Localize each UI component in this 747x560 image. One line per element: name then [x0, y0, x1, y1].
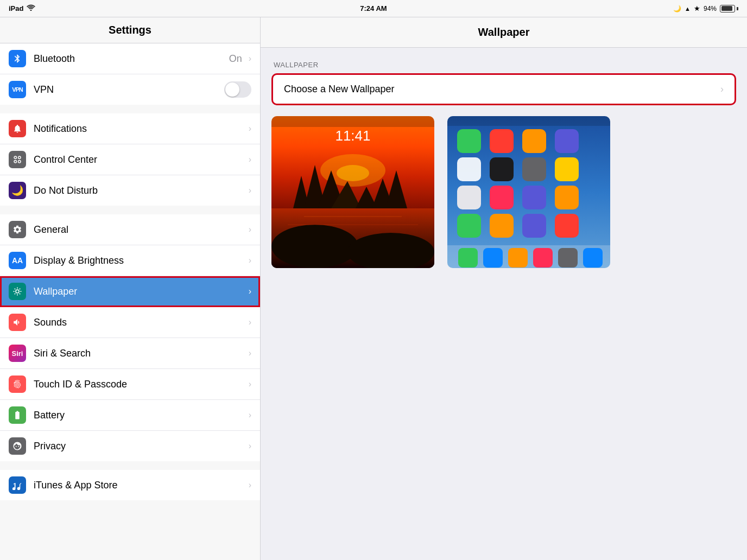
bluetooth-label: Bluetooth [34, 53, 229, 65]
svg-rect-36 [555, 186, 579, 209]
bluetooth-chevron: › [249, 54, 251, 63]
battery-percent: 94% [704, 5, 717, 12]
sounds-icon [9, 314, 26, 331]
sidebar-item-privacy[interactable]: Privacy › [0, 431, 260, 461]
svg-rect-24 [447, 116, 610, 126]
vpn-toggle[interactable] [224, 81, 251, 98]
bluetooth-value: On [229, 53, 242, 65]
wallpaper-chevron: › [249, 287, 251, 296]
battery-icon [9, 406, 26, 424]
svg-rect-34 [490, 186, 514, 209]
vpn-icon: VPN [9, 81, 26, 98]
siri-label: Siri & Search [34, 348, 246, 359]
itunes-icon [9, 476, 26, 494]
svg-rect-46 [558, 248, 578, 268]
sidebar: Settings Bluetooth On › VPN VPN [0, 17, 261, 560]
sidebar-item-general[interactable]: General › [0, 214, 260, 245]
touch-id-label: Touch ID & Passcode [34, 379, 246, 390]
svg-rect-29 [457, 157, 481, 181]
svg-rect-28 [555, 129, 579, 153]
svg-point-2 [18, 156, 21, 159]
sidebar-item-notifications[interactable]: Notifications › [0, 113, 260, 144]
device-label: iPad [9, 4, 23, 12]
status-time: 7:24 AM [360, 4, 387, 12]
general-label: General [34, 224, 246, 236]
wallpaper-icon [9, 283, 26, 300]
sidebar-item-siri[interactable]: Siri Siri & Search › [0, 338, 260, 369]
svg-rect-37 [457, 214, 481, 238]
svg-rect-35 [522, 186, 546, 209]
control-center-icon [9, 151, 26, 168]
siri-icon: Siri [9, 345, 26, 362]
wifi-icon [27, 4, 35, 12]
svg-point-8 [337, 165, 369, 181]
notifications-chevron: › [249, 124, 251, 133]
battery-label: Battery [34, 410, 246, 421]
general-chevron: › [249, 225, 251, 234]
sidebar-item-bluetooth[interactable]: Bluetooth On › [0, 43, 260, 74]
svg-point-1 [14, 156, 17, 159]
svg-rect-44 [508, 248, 528, 268]
content-title: Wallpaper [261, 17, 747, 48]
svg-rect-25 [457, 129, 481, 153]
settings-group-store: iTunes & App Store › [0, 470, 260, 500]
wallpaper-label: Wallpaper [34, 286, 246, 297]
settings-group-connectivity: Bluetooth On › VPN VPN [0, 43, 260, 105]
choose-wallpaper-label: Choose a New Wallpaper [284, 84, 720, 95]
sounds-chevron: › [249, 317, 251, 327]
lock-screen-preview[interactable]: 11:41 [271, 116, 434, 268]
choose-wallpaper-row[interactable]: Choose a New Wallpaper › [271, 73, 736, 105]
sidebar-item-vpn[interactable]: VPN VPN [0, 74, 260, 105]
svg-point-4 [18, 161, 21, 163]
battery-chevron: › [249, 410, 251, 420]
moon-icon: 🌙 [673, 5, 681, 12]
sounds-label: Sounds [34, 317, 246, 328]
location-icon: ▲ [685, 5, 691, 12]
display-chevron: › [249, 256, 251, 265]
itunes-chevron: › [249, 480, 251, 490]
sidebar-title: Settings [0, 17, 260, 43]
bluetooth-icon [9, 50, 26, 67]
sidebar-item-battery[interactable]: Battery › [0, 400, 260, 431]
control-center-chevron: › [249, 155, 251, 164]
status-left: iPad [9, 4, 35, 12]
sidebar-item-display[interactable]: AA Display & Brightness › [0, 245, 260, 276]
sidebar-item-touch-id[interactable]: Touch ID & Passcode › [0, 369, 260, 400]
status-right: 🌙 ▲ ★ 94% [673, 4, 738, 12]
control-center-label: Control Center [34, 154, 246, 166]
itunes-label: iTunes & App Store [34, 480, 246, 491]
do-not-disturb-chevron: › [249, 186, 251, 195]
svg-rect-30 [490, 157, 514, 181]
svg-rect-33 [457, 186, 481, 209]
home-screen-preview[interactable] [447, 116, 610, 268]
svg-rect-38 [490, 214, 514, 238]
svg-rect-32 [555, 157, 579, 181]
svg-rect-42 [458, 248, 478, 268]
svg-rect-39 [522, 214, 546, 238]
sidebar-item-wallpaper[interactable]: Wallpaper › [0, 276, 260, 307]
sidebar-item-sounds[interactable]: Sounds › [0, 307, 260, 338]
notifications-label: Notifications [34, 123, 246, 135]
privacy-label: Privacy [34, 441, 246, 452]
settings-group-system: Notifications › Control Center › 🌙 [0, 113, 260, 206]
svg-rect-26 [490, 129, 514, 153]
sidebar-item-itunes[interactable]: iTunes & App Store › [0, 470, 260, 500]
sidebar-item-do-not-disturb[interactable]: 🌙 Do Not Disturb › [0, 175, 260, 206]
notifications-icon [9, 120, 26, 137]
display-icon: AA [9, 252, 26, 269]
svg-point-0 [30, 10, 32, 11]
status-bar: iPad 7:24 AM 🌙 ▲ ★ 94% [0, 0, 747, 17]
siri-chevron: › [249, 348, 251, 358]
battery-icon [720, 5, 738, 12]
settings-group-personalization: General › AA Display & Brightness › Wall… [0, 214, 260, 461]
touch-id-chevron: › [249, 379, 251, 389]
svg-point-5 [16, 290, 19, 293]
svg-rect-47 [583, 248, 603, 268]
do-not-disturb-label: Do Not Disturb [34, 185, 246, 196]
wallpaper-section-label: WALLPAPER [271, 61, 736, 69]
sidebar-item-control-center[interactable]: Control Center › [0, 144, 260, 175]
main-layout: Settings Bluetooth On › VPN VPN [0, 17, 747, 560]
bluetooth-icon: ★ [694, 4, 700, 12]
wallpaper-section: WALLPAPER Choose a New Wallpaper › [271, 61, 736, 268]
svg-rect-22 [271, 116, 434, 127]
